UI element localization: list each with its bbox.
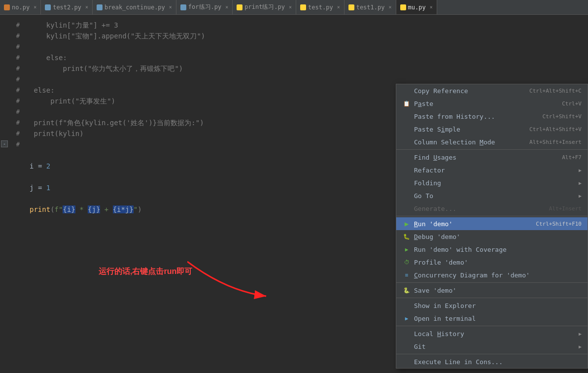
tab-icon-test2-py (45, 4, 51, 10)
line-gutter-11: # (0, 128, 25, 139)
menu-item-git[interactable]: Git ▶ (396, 340, 588, 353)
tab-icon-print-practice-py (237, 4, 242, 10)
menu-item-debug-demo[interactable]: 🐛 Debug 'demo' (396, 230, 588, 243)
menu-label-git: Git (414, 343, 576, 350)
menu-label-folding: Folding (414, 179, 576, 187)
menu-item-paste[interactable]: 📋 Paste Ctrl+V (396, 97, 588, 110)
tab-test1-py[interactable]: test1.py × (345, 0, 396, 14)
paste-icon: 📋 (402, 99, 411, 108)
menu-shortcut-run-demo: Ctrl+Shift+F10 (536, 221, 582, 227)
menu-shortcut-generate: Alt+Insert (549, 205, 582, 212)
menu-item-folding[interactable]: Folding ▶ (396, 176, 588, 189)
line-gutter-7: # (0, 85, 25, 96)
line-gutter-10: # (0, 117, 25, 128)
menu-item-run-coverage[interactable]: ▶ Run 'demo' with Coverage (396, 243, 588, 256)
tab-close-test2-py[interactable]: × (85, 4, 88, 10)
menu-item-refactor[interactable]: Refactor ▶ (396, 164, 588, 176)
menu-label-run-demo: Run 'demo' (414, 220, 526, 228)
menu-label-run-coverage: Run 'demo' with Coverage (414, 246, 582, 253)
line-gutter-5: # (0, 63, 25, 74)
tab-label-print-practice-py: print练习.py (244, 3, 285, 11)
tab-test2-py[interactable]: test2.py × (41, 0, 93, 14)
annotation-container: 运行的话,右键点击run即可 (99, 267, 192, 277)
tab-icon-no-py (4, 4, 10, 10)
folding-arrow-icon: ▶ (579, 180, 582, 186)
python-icon: 🐍 (402, 286, 411, 295)
git-arrow-icon: ▶ (579, 344, 582, 349)
menu-shortcut-find-usages: Alt+F7 (562, 154, 582, 161)
menu-item-run-demo[interactable]: ▶ Run 'demo' Ctrl+Shift+F10 (396, 217, 588, 230)
menu-item-profile-demo[interactable]: ⏱ Profile 'demo' (396, 256, 588, 269)
tab-icon-test1-py (348, 4, 354, 10)
tab-break-continue-py[interactable]: break_continue.py × (93, 0, 176, 14)
menu-item-show-in-explorer[interactable]: Show in Explorer (396, 299, 588, 312)
menu-label-paste-simple: Paste Simple (414, 126, 519, 133)
menu-label-local-history: Local History (414, 330, 576, 338)
menu-item-execute-line[interactable]: Execute Line in Cons... (396, 355, 588, 368)
menu-label-column-selection: Column Selection Mode (414, 138, 519, 146)
tab-label-for-practice-py: for练习.py (188, 3, 221, 11)
line-code-5: print("你力气太小了，再锻炼下吧") (25, 63, 588, 74)
menu-item-local-history[interactable]: Local History ▶ (396, 327, 588, 340)
tab-mu-py[interactable]: mu.py × (396, 0, 437, 14)
tab-icon-for-practice-py (180, 4, 186, 10)
menu-item-save-demo[interactable]: 🐍 Save 'demo' (396, 284, 588, 297)
annotation-text: 运行的话,右键点击run即可 (99, 267, 192, 275)
tab-print-practice-py[interactable]: print练习.py × (233, 0, 296, 14)
profile-icon: ⏱ (402, 258, 411, 267)
tab-test-py[interactable]: test.py × (296, 0, 345, 14)
menu-label-debug-demo: Debug 'demo' (414, 233, 582, 240)
menu-item-paste-simple[interactable]: Paste Simple Ctrl+Alt+Shift+V (396, 123, 588, 136)
tab-label-test1-py: test1.py (356, 4, 385, 11)
menu-shortcut-copy-reference: Ctrl+Alt+Shift+C (529, 88, 582, 94)
tab-close-test-py[interactable]: × (337, 4, 340, 10)
line-gutter-2: # (0, 31, 25, 41)
line-gutter-1: # (0, 20, 25, 31)
menu-label-refactor: Refactor (414, 167, 576, 174)
fold-icon-12[interactable]: - (1, 140, 8, 147)
tab-close-mu-py[interactable]: × (430, 4, 433, 10)
red-arrow-svg (187, 252, 286, 311)
context-menu: Copy Reference Ctrl+Alt+Shift+C 📋 Paste … (396, 84, 588, 369)
separator-3 (396, 282, 588, 283)
line-code-4: else: (25, 52, 588, 63)
editor-area: # kylin["力量"] += 3 # kylin["宝物"].append(… (0, 15, 588, 373)
go-to-arrow-icon: ▶ (579, 193, 582, 199)
line-gutter-8: # (0, 96, 25, 106)
menu-item-go-to[interactable]: Go To ▶ (396, 189, 588, 202)
tab-label-break-continue-py: break_continue.py (104, 4, 165, 11)
separator-1 (396, 149, 588, 150)
menu-label-find-usages: Find Usages (414, 154, 552, 161)
code-line-4: # else: (0, 52, 588, 63)
tab-close-break-continue-py[interactable]: × (169, 4, 172, 10)
menu-item-copy-reference[interactable]: Copy Reference Ctrl+Alt+Shift+C (396, 84, 588, 97)
menu-item-paste-history[interactable]: Paste from History... Ctrl+Shift+V (396, 110, 588, 123)
line-gutter-12: - # (0, 139, 25, 150)
menu-label-open-in-terminal: Open in terminal (414, 315, 582, 322)
line-code-1: kylin["力量"] += 3 (25, 20, 588, 31)
tab-label-no-py: no.py (12, 4, 30, 11)
code-line-1: # kylin["力量"] += 3 (0, 20, 588, 31)
tab-close-test1-py[interactable]: × (388, 4, 391, 10)
separator-2 (396, 216, 588, 216)
tab-label-mu-py: mu.py (408, 4, 426, 11)
run-icon: ▶ (402, 219, 411, 228)
tab-no-py[interactable]: no.py × (0, 0, 41, 14)
menu-label-paste: Paste (414, 100, 552, 107)
local-history-arrow-icon: ▶ (579, 331, 582, 337)
tab-label-test-py: test.py (308, 4, 333, 11)
tab-close-for-practice-py[interactable]: × (225, 4, 228, 10)
line-code-2: kylin["宝物"].append("天上天下天地无双刀") (25, 31, 588, 41)
menu-item-column-selection[interactable]: Column Selection Mode Alt+Shift+Insert (396, 136, 588, 148)
tab-close-print-practice-py[interactable]: × (289, 4, 292, 10)
menu-item-find-usages[interactable]: Find Usages Alt+F7 (396, 151, 588, 164)
tab-icon-break-continue-py (97, 4, 103, 10)
menu-item-concurrency-diagram[interactable]: ≡ Concurrency Diagram for 'demo' (396, 269, 588, 281)
menu-label-paste-history: Paste from History... (414, 113, 533, 120)
debug-icon: 🐛 (402, 232, 411, 241)
menu-item-open-in-terminal[interactable]: ▶ Open in terminal (396, 312, 588, 325)
tab-close-no-py[interactable]: × (34, 4, 36, 10)
line-gutter-4: # (0, 52, 25, 63)
tab-for-practice-py[interactable]: for练习.py × (176, 0, 233, 14)
menu-item-generate: Generate... Alt+Insert (396, 202, 588, 215)
